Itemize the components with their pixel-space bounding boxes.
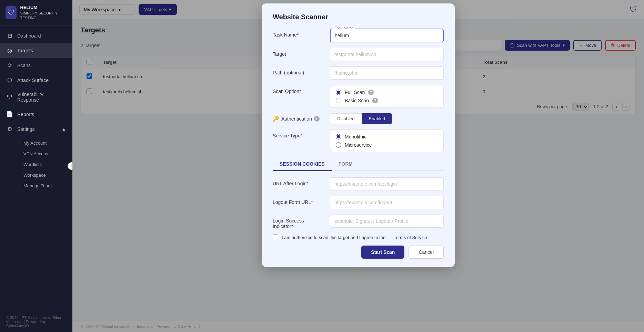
target-input[interactable] — [330, 48, 444, 61]
sidebar-item-label: Reports — [17, 112, 34, 117]
task-name-label: Task Name* — [273, 29, 324, 38]
basic-scan-option[interactable]: Basic Scan ? — [336, 98, 438, 103]
sidebar-logo: 🛡 HELIUM SIMPLIFY SECURITY TESTING — [0, 0, 72, 25]
modal-actions: Start Scan Cancel — [273, 246, 444, 259]
path-row: Path (optional) — [273, 66, 444, 80]
path-label: Path (optional) — [273, 66, 324, 75]
auth-row: 🔑 Authentication i Disabled Enabled — [273, 113, 444, 124]
cancel-button[interactable]: Cancel — [409, 246, 444, 259]
tab-form[interactable]: FORM — [332, 158, 360, 171]
vulnerability-icon: 🛡 — [6, 94, 13, 100]
logout-url-row: Logout Form URL* — [273, 196, 444, 209]
sidebar-item-label: Settings — [17, 126, 57, 132]
settings-submenu: My Account VPN Access Wordlists Workspac… — [6, 136, 66, 193]
target-label: Target — [273, 48, 324, 57]
sidebar-item-label: Scans — [17, 63, 31, 68]
login-success-input[interactable] — [330, 215, 444, 228]
chevron-up-icon: ▲ — [61, 126, 66, 132]
sidebar-footer: © 2024 · PT Global Inovasi Siber Indones… — [0, 311, 72, 332]
auth-disabled-button[interactable]: Disabled — [330, 113, 362, 124]
service-type-label: Service Type* — [273, 129, 324, 138]
url-after-login-field — [330, 177, 444, 190]
sidebar-item-label: Vulnerability Response — [17, 92, 66, 103]
sidebar-item-settings[interactable]: ⚙ Settings ▲ My Account VPN Access Wordl… — [0, 122, 72, 197]
reports-icon: 📄 — [6, 111, 13, 117]
path-field — [330, 66, 444, 80]
sidebar-item-wordlists[interactable]: Wordlists — [23, 159, 66, 170]
auth-tabs: SESSION COOKIES FORM — [273, 158, 444, 171]
service-type-field: Monolithic Microservice — [330, 129, 444, 152]
agree-text: I am authorized to scan this target and … — [282, 235, 385, 240]
sidebar-item-attack-surface[interactable]: ⬡ Attack Surface — [0, 73, 72, 87]
sidebar-item-scans[interactable]: ⟳ Scans — [0, 58, 72, 73]
sidebar-item-my-account[interactable]: My Account — [23, 138, 66, 148]
scan-option-row: Scan Option* Full Scan ? Basic Scan ? — [273, 85, 444, 108]
target-row: Target — [273, 48, 444, 61]
targets-icon: ◎ — [6, 47, 13, 54]
microservice-option[interactable]: Microservice — [336, 142, 438, 148]
microservice-radio[interactable] — [336, 142, 341, 148]
modal-title: Website Scanner — [273, 13, 444, 21]
agree-checkbox[interactable] — [273, 235, 278, 240]
auth-info-icon[interactable]: i — [314, 116, 320, 122]
scans-icon: ⟳ — [6, 62, 13, 69]
terms-link[interactable]: Terms of Service — [394, 235, 427, 240]
task-name-row: Task Name* Task Name — [273, 29, 444, 42]
dashboard-icon: ⊞ — [6, 32, 13, 39]
sidebar-item-label: Targets — [17, 48, 33, 53]
monolithic-option[interactable]: Monolithic — [336, 134, 438, 139]
full-scan-info-icon[interactable]: ? — [368, 90, 374, 95]
service-type-radio-group: Monolithic Microservice — [330, 129, 444, 152]
modal-overlay: Website Scanner Task Name* Task Name Tar… — [72, 0, 644, 332]
sidebar-item-label: Dashboard — [17, 33, 41, 39]
agree-row: I am authorized to scan this target and … — [273, 235, 444, 240]
path-input[interactable] — [330, 66, 444, 80]
service-type-row: Service Type* Monolithic Microservice — [273, 129, 444, 152]
monolithic-radio[interactable] — [336, 134, 341, 139]
login-success-label: Login Success Indicator* — [273, 215, 324, 229]
full-scan-option[interactable]: Full Scan ? — [336, 90, 438, 95]
task-name-field: Task Name — [330, 29, 444, 42]
url-after-login-input[interactable] — [330, 177, 444, 190]
sidebar-item-targets[interactable]: ◎ Targets — [0, 43, 72, 58]
target-field — [330, 48, 444, 61]
tab-session-cookies[interactable]: SESSION COOKIES — [273, 158, 332, 171]
auth-toggle: Disabled Enabled — [330, 113, 392, 124]
main: My Workspace ▾ VAPT Tools ▾ 🛡 Targets 2 … — [72, 0, 644, 332]
attack-surface-icon: ⬡ — [6, 77, 13, 83]
login-success-row: Login Success Indicator* — [273, 215, 444, 229]
settings-icon: ⚙ — [6, 126, 13, 132]
auth-label: 🔑 Authentication i — [273, 116, 324, 122]
logout-url-label: Logout Form URL* — [273, 196, 324, 205]
sidebar-nav: ⊞ Dashboard ◎ Targets ⟳ Scans ⬡ Attack S… — [0, 25, 72, 311]
sidebar-item-vulnerability-response[interactable]: 🛡 Vulnerability Response — [0, 87, 72, 107]
key-icon: 🔑 — [273, 116, 279, 122]
basic-scan-info-icon[interactable]: ? — [372, 98, 378, 103]
logout-url-field — [330, 196, 444, 209]
website-scanner-modal: Website Scanner Task Name* Task Name Tar… — [262, 3, 455, 267]
login-success-field — [330, 215, 444, 228]
sidebar-item-label: Attack Surface — [17, 77, 49, 83]
task-name-float-label: Task Name — [333, 26, 355, 30]
logo-text: HELIUM SIMPLIFY SECURITY TESTING — [20, 5, 67, 20]
sidebar-item-workspace[interactable]: Workspace — [23, 170, 66, 180]
full-scan-radio[interactable] — [336, 90, 341, 95]
sidebar-item-reports[interactable]: 📄 Reports — [0, 107, 72, 122]
sidebar-item-dashboard[interactable]: ⊞ Dashboard — [0, 28, 72, 43]
sidebar-item-vpn-access[interactable]: VPN Access — [23, 148, 66, 159]
scan-option-field: Full Scan ? Basic Scan ? — [330, 85, 444, 108]
task-name-input[interactable] — [330, 29, 444, 42]
url-after-login-row: URL After Login* — [273, 177, 444, 190]
scan-option-radio-group: Full Scan ? Basic Scan ? — [330, 85, 444, 108]
sidebar-item-manage-team[interactable]: Manage Team — [23, 180, 66, 191]
logout-url-input[interactable] — [330, 196, 444, 209]
start-scan-button[interactable]: Start Scan — [361, 246, 404, 259]
auth-enabled-button[interactable]: Enabled — [362, 113, 393, 124]
sidebar: 🛡 HELIUM SIMPLIFY SECURITY TESTING ⊞ Das… — [0, 0, 72, 332]
logo-icon: 🛡 — [6, 6, 17, 19]
scan-option-label: Scan Option* — [273, 85, 324, 94]
url-after-login-label: URL After Login* — [273, 177, 324, 186]
basic-scan-radio[interactable] — [336, 98, 341, 103]
